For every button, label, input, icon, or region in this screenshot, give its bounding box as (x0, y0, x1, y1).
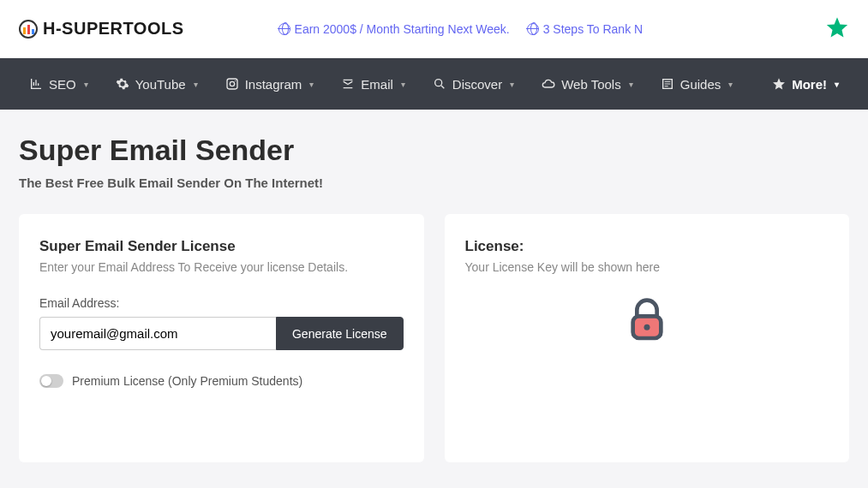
nav-label: Instagram (245, 77, 302, 92)
form-card-subtext: Enter your Email Address To Receive your… (39, 260, 404, 274)
license-form-card: Super Email Sender License Enter your Em… (19, 214, 424, 462)
star-icon (772, 77, 786, 91)
chevron-down-icon: ▾ (728, 80, 733, 89)
page-content: Super Email Sender The Best Free Bulk Em… (0, 110, 868, 486)
license-display-card: License: Your License Key will be shown … (445, 214, 850, 462)
svg-point-1 (230, 81, 234, 86)
nav-more[interactable]: More! ▾ (762, 70, 849, 98)
logo[interactable]: H-SUPERTOOLS (19, 19, 184, 39)
premium-toggle[interactable] (39, 374, 63, 388)
svg-point-2 (235, 80, 236, 81)
nav-email[interactable]: Email ▾ (331, 70, 416, 98)
gear-icon (116, 77, 129, 91)
chevron-down-icon: ▾ (401, 80, 405, 89)
cloud-icon (542, 77, 555, 91)
lock-icon (623, 296, 671, 344)
cards-row: Super Email Sender License Enter your Em… (19, 214, 849, 462)
chevron-down-icon: ▾ (835, 80, 839, 89)
nav-webtools[interactable]: Web Tools ▾ (531, 70, 644, 98)
generate-license-button[interactable]: Generate License (276, 317, 404, 350)
email-field-label: Email Address: (39, 296, 404, 310)
nav-guides[interactable]: Guides ▾ (650, 70, 744, 98)
nav-label: Email (361, 77, 393, 92)
nav-label: YouTube (135, 77, 186, 92)
promo-links: Earn 2000$ / Month Starting Next Week. 3… (278, 22, 644, 36)
nav-label: More! (792, 77, 827, 92)
lock-icon-wrap (465, 296, 829, 344)
top-header: H-SUPERTOOLS Earn 2000$ / Month Starting… (0, 0, 868, 58)
chevron-down-icon: ▾ (510, 80, 514, 89)
premium-toggle-label: Premium License (Only Premium Students) (72, 374, 302, 388)
chevron-down-icon: ▾ (629, 80, 633, 89)
mail-icon (341, 77, 355, 91)
svg-point-3 (435, 80, 442, 86)
page-title: Super Email Sender (19, 134, 849, 167)
form-card-title: Super Email Sender License (39, 238, 404, 255)
svg-rect-0 (227, 79, 237, 89)
chevron-down-icon: ▾ (309, 80, 314, 89)
chart-icon (29, 77, 43, 91)
promo-link-rank[interactable]: 3 Steps To Rank N (527, 22, 643, 36)
premium-toggle-row: Premium License (Only Premium Students) (39, 374, 404, 388)
main-nav: SEO ▾ YouTube ▾ Instagram ▾ Email ▾ Disc… (0, 58, 868, 110)
nav-discover[interactable]: Discover ▾ (422, 70, 524, 98)
trustpilot-star-icon[interactable] (825, 15, 849, 43)
promo-link-text: Earn 2000$ / Month Starting Next Week. (295, 22, 510, 36)
svg-point-6 (644, 324, 650, 330)
input-row: Generate License (39, 317, 404, 350)
nav-label: Web Tools (561, 77, 621, 92)
nav-label: Guides (680, 77, 721, 92)
promo-link-earn[interactable]: Earn 2000$ / Month Starting Next Week. (278, 22, 510, 36)
search-icon (433, 77, 446, 91)
email-input[interactable] (39, 317, 276, 350)
logo-chart-icon (19, 20, 38, 39)
chevron-down-icon: ▾ (194, 80, 198, 89)
nav-instagram[interactable]: Instagram ▾ (215, 70, 325, 98)
chevron-down-icon: ▾ (84, 80, 88, 89)
license-card-subtext: Your License Key will be shown here (465, 260, 829, 274)
nav-seo[interactable]: SEO ▾ (19, 70, 99, 98)
page-subtitle: The Best Free Bulk Email Sender On The I… (19, 176, 849, 190)
news-icon (661, 77, 674, 91)
nav-label: Discover (452, 77, 502, 92)
globe-icon (278, 23, 290, 35)
nav-youtube[interactable]: YouTube ▾ (105, 70, 208, 98)
logo-text: H-SUPERTOOLS (43, 19, 184, 39)
nav-label: SEO (49, 77, 76, 92)
license-card-title: License: (465, 238, 829, 255)
instagram-icon (225, 77, 239, 91)
globe-icon (527, 23, 539, 35)
promo-link-text: 3 Steps To Rank N (543, 22, 643, 36)
